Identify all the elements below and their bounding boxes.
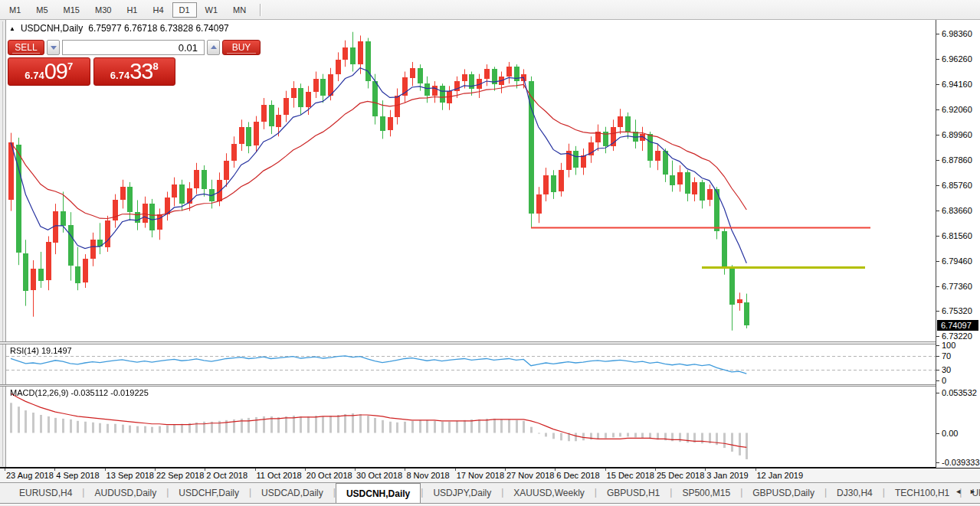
symbol-tab-sp500[interactable]: SP500,M15 — [672, 483, 740, 503]
time-axis-label: 30 Oct 2018 — [356, 471, 402, 480]
spin-up-icon — [211, 45, 217, 49]
axis-tick — [936, 261, 939, 262]
timeframe-button-d1[interactable]: D1 — [172, 2, 197, 18]
price-axis-label: 6.79460 — [942, 256, 972, 266]
time-axis-label: 4 Sep 2018 — [56, 471, 99, 480]
rsi-axis-label: 30 — [942, 365, 951, 374]
timeframe-button-h1[interactable]: H1 — [120, 2, 144, 18]
price-axis-label: 6.89960 — [942, 130, 972, 139]
tab-scroll-arrows: ◄ ► — [955, 488, 976, 495]
time-axis-label: 11 Oct 2018 — [257, 471, 302, 480]
axis-tick — [936, 59, 939, 60]
axis-tick — [936, 34, 939, 34]
chart-title: ▲ USDCNH,Daily 6.75977 6.76718 6.73828 6… — [9, 23, 229, 34]
bid-frac: 7 — [67, 60, 73, 72]
tab-scroll-right-icon[interactable]: ► — [969, 488, 976, 495]
macd-chart-canvas[interactable] — [6, 387, 936, 467]
timeframe-button-m1[interactable]: M1 — [2, 2, 28, 18]
time-axis-label: 13 Sep 2018 — [107, 471, 154, 480]
axis-tick — [936, 84, 939, 85]
axis-tick — [936, 135, 939, 135]
time-axis-tick — [355, 468, 356, 471]
timeframe-toolbar: M1M5M15M30H1H4D1W1MN — [0, 0, 980, 20]
time-axis-label: 17 Nov 2018 — [457, 471, 504, 480]
toolbar-separator — [260, 4, 261, 16]
time-axis-tick — [205, 468, 205, 471]
price-axis[interactable]: 6.74097 6.983606.962606.941606.920606.89… — [936, 20, 980, 468]
macd-axis-label: -0.039333 — [942, 458, 980, 467]
symbol-tab-bar: EURUSD,H4|AUDUSD,Daily|USDCHF,Daily|USDC… — [0, 483, 980, 504]
symbol-tab-tech100[interactable]: TECH100,H1 — [885, 483, 959, 503]
axis-tick — [936, 356, 939, 357]
lot-decrease-button[interactable] — [47, 40, 60, 55]
timeframe-button-mn[interactable]: MN — [226, 2, 253, 18]
axis-tick — [936, 393, 939, 393]
time-axis-tick — [405, 468, 405, 471]
price-axis-label: 6.87860 — [942, 155, 972, 165]
ask-pips: 33 — [129, 60, 152, 83]
symbol-tab-usdjpy[interactable]: USDJPY,Daily — [423, 483, 501, 503]
rsi-chart-canvas[interactable] — [6, 344, 936, 384]
macd-axis-label: 0.053532 — [942, 388, 977, 397]
ask-frac: 8 — [152, 60, 158, 72]
symbol-tab-gbpusd[interactable]: GBPUSD,Daily — [742, 483, 824, 503]
rsi-axis-label: 70 — [942, 351, 951, 361]
lot-size-input[interactable] — [62, 40, 205, 55]
time-axis-label: 3 Jan 2019 — [706, 471, 748, 480]
symbol-tab-gbpusd[interactable]: GBPUSD,H1 — [597, 483, 670, 503]
price-axis-label: 6.83660 — [942, 206, 972, 215]
window-splitter[interactable] — [0, 20, 6, 468]
symbol-tab-usdcnh[interactable]: USDCNH,Daily — [336, 483, 421, 503]
symbol-tab-dj30[interactable]: DJ30,H4 — [827, 483, 883, 503]
time-axis-tick — [5, 468, 5, 471]
one-click-trading-widget: SELL BUY 6.74 09 7 6.74 33 8 — [8, 40, 175, 86]
buy-button[interactable]: BUY — [222, 40, 261, 55]
price-axis-label: 6.96260 — [942, 54, 972, 64]
price-axis-label: 6.85760 — [942, 181, 972, 190]
symbol-tab-eurusd[interactable]: EURUSD,H4 — [9, 483, 82, 503]
symbol-tab-audusd[interactable]: AUDUSD,Daily — [84, 483, 166, 503]
current-price-badge: 6.74097 — [937, 320, 978, 331]
axis-tick — [936, 211, 939, 211]
price-axis-label: 6.92060 — [942, 105, 972, 114]
time-axis-tick — [555, 468, 556, 471]
price-axis-label: 6.81560 — [942, 231, 972, 240]
splitter-groove — [2, 21, 3, 466]
time-axis-tick — [155, 468, 156, 471]
time-axis-label: 22 Sep 2018 — [156, 471, 204, 480]
time-axis-tick — [105, 468, 106, 471]
symbol-tab-xauusd[interactable]: XAUUSD,Weekly — [503, 483, 594, 503]
timeframe-button-m30[interactable]: M30 — [88, 2, 118, 18]
time-axis-tick — [605, 468, 606, 471]
time-axis-label: 2 Oct 2018 — [206, 471, 247, 480]
bid-base: 6.74 — [25, 70, 44, 81]
rsi-axis-label: 0 — [942, 376, 946, 385]
time-axis-label: 8 Nov 2018 — [406, 471, 449, 480]
macd-axis-label: 0.00 — [942, 429, 958, 438]
symbol-tab-usdchf[interactable]: USDCHF,Daily — [169, 483, 249, 503]
rsi-panel[interactable]: RSI(14) 19.1497 — [6, 344, 936, 384]
time-axis[interactable]: 23 Aug 20184 Sep 201813 Sep 201822 Sep 2… — [0, 468, 980, 483]
symbol-tab-usdcad[interactable]: USDCAD,Daily — [251, 483, 333, 503]
time-axis-tick — [54, 468, 55, 471]
axis-tick — [936, 370, 939, 371]
buy-price-button[interactable]: 6.74 33 8 — [93, 57, 176, 86]
ask-base: 6.74 — [110, 70, 129, 81]
sell-price-button[interactable]: 6.74 09 7 — [8, 57, 90, 86]
price-axis-label: 6.77360 — [942, 282, 972, 291]
lot-increase-button[interactable] — [207, 40, 220, 55]
timeframe-button-m5[interactable]: M5 — [29, 2, 54, 18]
timeframe-button-h4[interactable]: H4 — [146, 2, 170, 18]
axis-tick — [936, 345, 939, 346]
timeframe-button-w1[interactable]: W1 — [198, 2, 225, 18]
collapse-triangle-icon[interactable]: ▲ — [9, 25, 15, 32]
macd-panel[interactable]: MACD(12,26,9) -0.035112 -0.019225 — [6, 387, 936, 467]
timeframe-button-m15[interactable]: M15 — [57, 2, 87, 18]
time-axis-label: 15 Dec 2018 — [607, 471, 654, 480]
tab-scroll-left-icon[interactable]: ◄ — [955, 488, 962, 495]
time-axis-label: 12 Jan 2019 — [757, 471, 804, 480]
time-axis-tick — [705, 468, 706, 471]
trading-platform-window: M1M5M15M30H1H4D1W1MN ▲ USDCNH,Daily 6.75… — [0, 0, 980, 506]
time-axis-tick — [655, 468, 656, 471]
sell-button[interactable]: SELL — [8, 40, 44, 55]
